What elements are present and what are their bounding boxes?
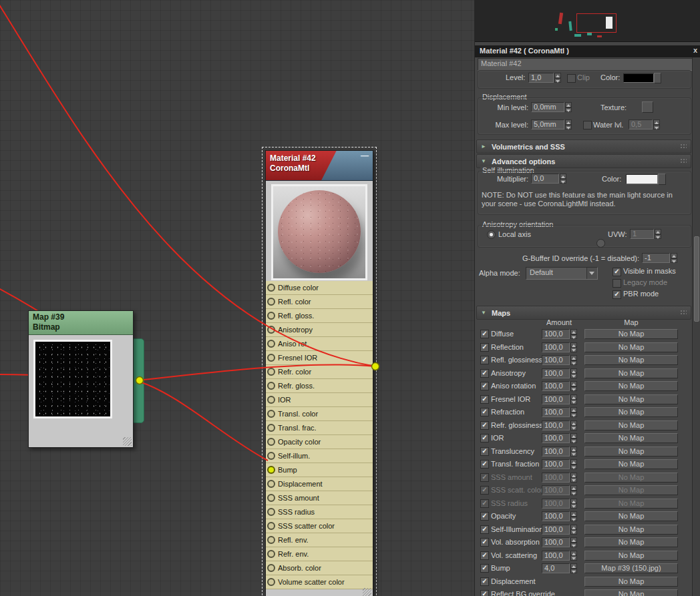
map-amount-spinner[interactable]: 100,0 [542, 433, 577, 443]
spinner-up-icon[interactable] [653, 119, 660, 125]
spinner-up-icon[interactable] [570, 563, 577, 569]
spinner-up-icon[interactable] [655, 229, 661, 234]
local-axis-radio[interactable] [487, 230, 496, 239]
material-input-slot[interactable]: Refr. gloss. [266, 379, 373, 393]
map-channel-checkbox[interactable]: ✓ [480, 577, 489, 586]
bitmap-preview[interactable] [33, 340, 112, 418]
map-slot-button[interactable]: No Map [584, 420, 678, 430]
map-amount-spinner[interactable]: 4,0 [542, 563, 577, 573]
minimize-icon[interactable]: — [361, 151, 369, 160]
material-input-slot[interactable]: SSS radius [266, 505, 373, 519]
option-checkbox[interactable] [612, 279, 621, 288]
spinner-down-icon[interactable] [570, 543, 577, 548]
slot-socket-icon[interactable] [267, 466, 275, 474]
spinner-up-icon[interactable] [570, 394, 577, 400]
map-amount-spinner[interactable]: 100,0 [542, 355, 577, 365]
slot-socket-icon[interactable] [267, 536, 275, 544]
spinner-down-icon[interactable] [570, 503, 577, 509]
map-slot-button[interactable]: No Map [584, 537, 678, 547]
map-channel-checkbox[interactable]: ✓ [480, 434, 489, 442]
multiplier-spinner[interactable]: 0,0 [531, 174, 566, 184]
map-amount-spinner[interactable]: 100,0 [542, 473, 577, 483]
option-checkbox[interactable]: ✓ [612, 268, 621, 276]
slot-socket-icon[interactable] [267, 312, 275, 320]
map-channel-checkbox[interactable]: ✓ [480, 538, 489, 547]
material-input-slot[interactable]: Volume scatter color [266, 575, 373, 589]
close-icon[interactable]: x [693, 46, 697, 54]
opacity-color-swatch[interactable] [623, 73, 654, 83]
option-checkbox[interactable]: ✓ [612, 290, 621, 299]
spinner-down-icon[interactable] [570, 451, 577, 457]
material-input-slot[interactable]: Refl. env. [266, 533, 373, 547]
spinner-up-icon[interactable] [570, 537, 577, 543]
spinner-up-icon[interactable] [570, 511, 577, 517]
map-channel-checkbox[interactable]: ✓ [480, 525, 489, 534]
map-slot-button[interactable]: No Map [584, 433, 678, 443]
map-amount-spinner[interactable]: 100,0 [542, 342, 577, 352]
map-amount-spinner[interactable]: 100,0 [542, 551, 577, 561]
map-amount-spinner[interactable]: 100,0 [542, 499, 577, 509]
map-amount-spinner[interactable]: 100,0 [542, 485, 577, 495]
map-channel-checkbox[interactable]: ✓ [480, 590, 489, 596]
material-input-slot[interactable]: Refl. color [266, 295, 373, 309]
spinner-down-icon[interactable] [560, 179, 566, 184]
map-channel-checkbox[interactable]: ✓ [480, 330, 489, 338]
scrollbar-thumb[interactable] [694, 236, 699, 322]
material-input-slot[interactable]: Refl. gloss. [266, 309, 373, 323]
slot-socket-icon[interactable] [267, 396, 275, 404]
material-input-slot[interactable]: SSS amount [266, 491, 373, 505]
map-amount-spinner[interactable]: 100,0 [542, 407, 577, 417]
alpha-mode-dropdown[interactable]: Default [526, 267, 598, 280]
spinner-up-icon[interactable] [570, 473, 577, 478]
slot-socket-icon[interactable] [267, 452, 275, 460]
mini-viewport[interactable] [475, 0, 700, 42]
slot-socket-icon[interactable] [267, 522, 275, 530]
color-side-button[interactable] [654, 73, 661, 83]
map-slot-button[interactable]: No Map [584, 355, 678, 365]
slot-socket-icon[interactable] [267, 382, 275, 390]
material-input-slot[interactable]: Transl. color [266, 407, 373, 421]
spinner-up-icon[interactable] [570, 433, 577, 438]
spinner-up-icon[interactable] [570, 446, 577, 452]
spinner-up-icon[interactable] [554, 73, 561, 78]
material-input-slot[interactable]: Opacity color [266, 435, 373, 449]
panel-scrollbar[interactable] [692, 57, 700, 596]
spinner-down-icon[interactable] [570, 399, 577, 404]
spinner-down-icon[interactable] [570, 386, 577, 392]
spinner-down-icon[interactable] [570, 529, 577, 535]
slot-socket-icon[interactable] [267, 550, 275, 558]
spinner-up-icon[interactable] [570, 499, 577, 504]
spinner-up-icon[interactable] [570, 381, 577, 386]
map-slot-button[interactable]: No Map [584, 473, 678, 483]
rollout-volumetrics[interactable]: ► Volumetrics and SSS [476, 139, 691, 154]
map-slot-button[interactable]: No Map [584, 459, 678, 469]
map-slot-button[interactable]: No Map [584, 394, 678, 404]
material-input-slot[interactable]: Fresnel IOR [266, 351, 373, 365]
map-amount-spinner[interactable]: 100,0 [542, 420, 577, 430]
map-channel-checkbox[interactable]: ✓ [480, 382, 489, 390]
spinner-up-icon[interactable] [565, 102, 572, 107]
spinner-down-icon[interactable] [570, 555, 577, 561]
slot-socket-icon[interactable] [267, 284, 275, 292]
map-amount-spinner[interactable]: 100,0 [542, 394, 577, 404]
slot-socket-icon[interactable] [267, 298, 275, 306]
material-input-slot[interactable]: Self-illum. [266, 449, 373, 463]
map-channel-checkbox[interactable]: ✓ [480, 460, 489, 469]
material-input-slot[interactable]: Diffuse color [266, 281, 373, 295]
slot-socket-icon[interactable] [267, 564, 275, 572]
slot-socket-icon[interactable] [267, 578, 275, 586]
map-amount-spinner[interactable]: 100,0 [542, 459, 577, 469]
spinner-down-icon[interactable] [570, 477, 577, 483]
gbuffer-spinner[interactable]: -1 [642, 253, 677, 263]
spinner-down-icon[interactable] [671, 258, 677, 264]
max-level-spinner[interactable]: 5,0mm [531, 119, 572, 129]
spinner-down-icon[interactable] [565, 107, 572, 113]
map-slot-button[interactable]: No Map [584, 407, 678, 417]
spinner-down-icon[interactable] [570, 569, 577, 574]
spinner-down-icon[interactable] [570, 491, 577, 496]
map-slot-button[interactable]: No Map [584, 368, 678, 378]
material-input-slot[interactable]: Anisotropy [266, 323, 373, 337]
resize-handle[interactable] [363, 588, 371, 596]
spinner-down-icon[interactable] [570, 347, 577, 352]
dropdown-arrow-icon[interactable] [586, 268, 597, 279]
